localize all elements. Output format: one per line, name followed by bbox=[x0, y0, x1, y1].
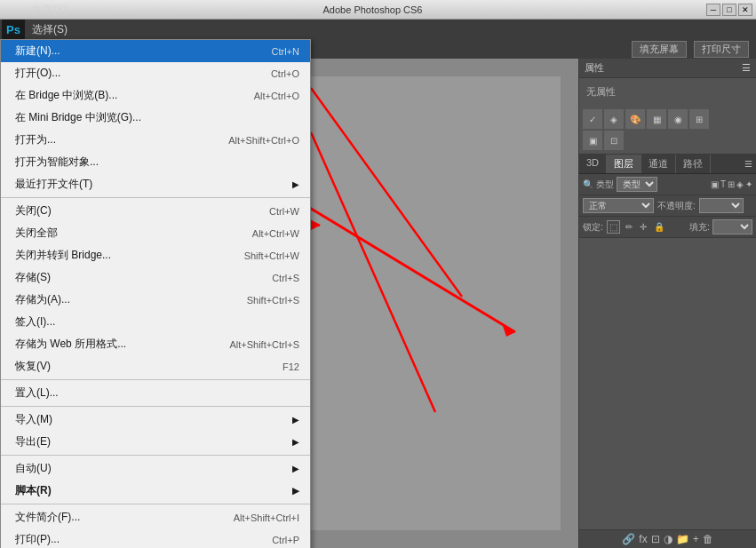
dropdown-item-2[interactable]: 在 Bridge 中浏览(B)...Alt+Ctrl+O bbox=[1, 84, 310, 107]
blend-mode-select[interactable]: 正常 bbox=[583, 198, 654, 213]
layer-filter-icons: ▣ T ⊞ ◈ ✦ bbox=[660, 179, 752, 189]
dropdown-item-label-6: 最近打开文件(T) bbox=[15, 177, 92, 192]
dropdown-item-label-8: 关闭全部 bbox=[15, 226, 58, 241]
dropdown-item-20[interactable]: 文件简介(F)...Alt+Shift+Ctrl+I bbox=[1, 506, 310, 528]
layer-group-btn[interactable]: 📁 bbox=[676, 533, 689, 545]
link-layers-btn[interactable]: 🔗 bbox=[622, 533, 635, 545]
panel-icon-8[interactable]: ⊡ bbox=[604, 131, 624, 150]
dropdown-item-4[interactable]: 打开为...Alt+Shift+Ctrl+O bbox=[1, 129, 310, 151]
fill-label: 填充: bbox=[689, 221, 710, 234]
lock-icon-all[interactable]: 🔒 bbox=[652, 221, 666, 233]
menu-item-Y[interactable]: 文字(Y) bbox=[25, 0, 77, 20]
layer-adjustment-btn[interactable]: ◑ bbox=[664, 533, 672, 545]
dropdown-separator-15 bbox=[1, 406, 310, 407]
properties-menu-icon[interactable]: ☰ bbox=[742, 62, 751, 74]
layer-fx-btn[interactable]: fx bbox=[639, 533, 647, 545]
dropdown-item-12[interactable]: 签入(I)... bbox=[1, 311, 310, 333]
dropdown-item-label-19: 脚本(R) bbox=[15, 483, 52, 498]
filter-icon-5[interactable]: ✦ bbox=[745, 179, 752, 189]
properties-panel-header: 属性 ☰ bbox=[579, 59, 756, 78]
dropdown-item-15[interactable]: 置入(L)... bbox=[1, 382, 310, 404]
lock-label: 锁定: bbox=[583, 221, 603, 234]
filter-icon-3[interactable]: ⊞ bbox=[728, 179, 735, 189]
dropdown-item-label-7: 关闭(C) bbox=[15, 203, 52, 218]
dropdown-item-right-8: Alt+Ctrl+W bbox=[252, 228, 299, 239]
right-panel: 属性 ☰ 无属性 ✓ ◈ 🎨 ▦ ◉ ⊞ ▣ ⊡ 3D 图层 通道 bbox=[578, 59, 756, 548]
fill-screen-button[interactable]: 填充屏幕 bbox=[632, 41, 687, 58]
dropdown-item-label-17: 导出(E) bbox=[15, 434, 51, 449]
right-panel-icons: ✓ ◈ 🎨 ▦ ◉ ⊞ ▣ ⊡ bbox=[579, 106, 756, 155]
dropdown-item-18[interactable]: 自动(U)▶ bbox=[1, 457, 310, 480]
dropdown-item-5[interactable]: 打开为智能对象... bbox=[1, 151, 310, 173]
dropdown-item-9[interactable]: 关闭并转到 Bridge...Shift+Ctrl+W bbox=[1, 244, 310, 266]
dropdown-item-right-13: Alt+Shift+Ctrl+S bbox=[229, 339, 299, 350]
tab-paths[interactable]: 路径 bbox=[676, 155, 711, 173]
panel-icon-3[interactable]: 🎨 bbox=[625, 109, 645, 129]
new-layer-btn[interactable]: + bbox=[693, 533, 699, 545]
ps-logo: Ps bbox=[2, 20, 25, 39]
dropdown-item-3[interactable]: 在 Mini Bridge 中浏览(G)... bbox=[1, 107, 310, 129]
opacity-select[interactable] bbox=[699, 198, 744, 213]
dropdown-item-label-0: 新建(N)... bbox=[15, 44, 60, 59]
delete-layer-btn[interactable]: 🗑 bbox=[703, 533, 713, 545]
dropdown-item-label-21: 打印(P)... bbox=[15, 532, 60, 547]
panel-icon-7[interactable]: ▣ bbox=[583, 131, 602, 150]
tab-channels[interactable]: 通道 bbox=[641, 155, 676, 173]
close-button[interactable]: ✕ bbox=[738, 4, 752, 16]
fill-area: 填充: bbox=[670, 219, 752, 234]
print-size-button[interactable]: 打印尺寸 bbox=[694, 41, 749, 58]
tab-3d[interactable]: 3D bbox=[579, 155, 607, 173]
dropdown-item-right-20: Alt+Shift+Ctrl+I bbox=[234, 512, 299, 523]
dropdown-item-right-16: ▶ bbox=[292, 415, 299, 425]
dropdown-item-right-21: Ctrl+P bbox=[272, 535, 299, 545]
layers-bottom-toolbar: 🔗 fx ⊡ ◑ 📁 + 🗑 bbox=[579, 529, 756, 548]
dropdown-item-label-5: 打开为智能对象... bbox=[15, 155, 99, 170]
lock-icon-paint[interactable]: ✏ bbox=[624, 221, 634, 233]
maximize-button[interactable]: □ bbox=[722, 4, 736, 16]
layers-blend-row: 正常 不透明度: bbox=[579, 195, 756, 217]
filter-kind-select[interactable]: 类型 bbox=[617, 177, 657, 192]
dropdown-item-13[interactable]: 存储为 Web 所用格式...Alt+Shift+Ctrl+S bbox=[1, 333, 310, 355]
tab-layers[interactable]: 图层 bbox=[607, 155, 641, 173]
layers-panel-menu-icon[interactable]: ☰ bbox=[744, 159, 752, 169]
filter-icon-1[interactable]: ▣ bbox=[711, 179, 719, 189]
dropdown-item-10[interactable]: 存储(S)Ctrl+S bbox=[1, 266, 310, 289]
panel-icon-5[interactable]: ◉ bbox=[668, 109, 688, 129]
lock-icon-move[interactable]: ✛ bbox=[638, 221, 649, 233]
dropdown-item-21[interactable]: 打印(P)...Ctrl+P bbox=[1, 528, 310, 548]
menu-item-S[interactable]: 选择(S) bbox=[25, 20, 77, 39]
dropdown-item-8[interactable]: 关闭全部Alt+Ctrl+W bbox=[1, 222, 310, 244]
dropdown-item-label-2: 在 Bridge 中浏览(B)... bbox=[15, 88, 117, 103]
dropdown-item-16[interactable]: 导入(M)▶ bbox=[1, 409, 310, 431]
dropdown-item-label-18: 自动(U) bbox=[15, 461, 52, 476]
title-bar: Adobe Photoshop CS6 ─ □ ✕ bbox=[0, 0, 756, 20]
minimize-button[interactable]: ─ bbox=[706, 4, 720, 16]
dropdown-item-right-4: Alt+Shift+Ctrl+O bbox=[228, 135, 299, 146]
panel-icon-2[interactable]: ◈ bbox=[604, 109, 624, 129]
dropdown-item-right-18: ▶ bbox=[292, 464, 299, 473]
dropdown-separator-14 bbox=[1, 379, 310, 380]
file-menu-dropdown: 新建(N)...Ctrl+N打开(O)...Ctrl+O在 Bridge 中浏览… bbox=[0, 39, 311, 548]
panel-icon-1[interactable]: ✓ bbox=[583, 109, 602, 129]
panel-icon-row-2: ▣ ⊡ bbox=[583, 131, 752, 150]
dropdown-item-label-10: 存储(S) bbox=[15, 270, 51, 285]
lock-icon-transparent[interactable]: ⬚ bbox=[607, 220, 620, 234]
filter-icon-2[interactable]: T bbox=[720, 179, 726, 189]
dropdown-item-1[interactable]: 打开(O)...Ctrl+O bbox=[1, 62, 310, 84]
dropdown-item-label-20: 文件简介(F)... bbox=[15, 510, 80, 525]
panel-icon-4[interactable]: ▦ bbox=[647, 109, 666, 129]
fill-select[interactable] bbox=[712, 219, 752, 234]
dropdown-item-right-1: Ctrl+O bbox=[271, 68, 299, 79]
dropdown-item-11[interactable]: 存储为(A)...Shift+Ctrl+S bbox=[1, 289, 310, 311]
dropdown-item-6[interactable]: 最近打开文件(T)▶ bbox=[1, 173, 310, 195]
layer-mask-btn[interactable]: ⊡ bbox=[651, 533, 660, 545]
dropdown-item-17[interactable]: 导出(E)▶ bbox=[1, 431, 310, 453]
dropdown-item-0[interactable]: 新建(N)...Ctrl+N bbox=[1, 40, 310, 62]
dropdown-item-14[interactable]: 恢复(V)F12 bbox=[1, 355, 310, 377]
properties-title: 属性 bbox=[585, 61, 604, 75]
filter-icon-4[interactable]: ◈ bbox=[736, 179, 744, 189]
dropdown-item-19[interactable]: 脚本(R)▶ bbox=[1, 480, 310, 502]
panel-icon-6[interactable]: ⊞ bbox=[689, 109, 709, 129]
dropdown-item-7[interactable]: 关闭(C)Ctrl+W bbox=[1, 200, 310, 222]
dropdown-item-label-16: 导入(M) bbox=[15, 412, 52, 427]
